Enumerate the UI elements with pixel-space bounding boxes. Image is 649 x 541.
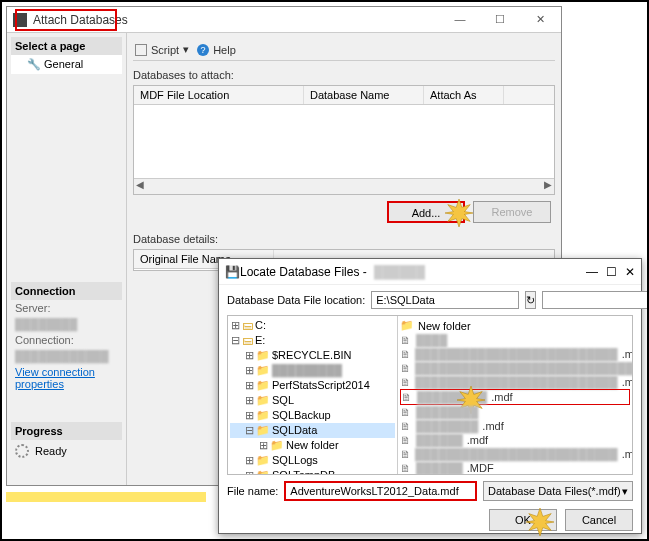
db-icon: 💾 [225, 265, 240, 279]
cancel-button[interactable]: Cancel [565, 509, 633, 531]
minimize-button[interactable]: — [445, 13, 475, 26]
file-list[interactable]: 📁New folder 🗎████ 🗎█████████████████████… [398, 316, 632, 474]
sidebar-item-general[interactable]: 🔧 General [11, 55, 122, 74]
search-input[interactable] [542, 291, 649, 309]
app-icon [13, 13, 27, 27]
file-browser: ⊞🖴C: ⊟🖴E: ⊞📁$RECYCLE.BIN ⊞📁█████████ ⊞📁P… [227, 315, 633, 475]
col-attachas[interactable]: Attach As [424, 86, 504, 104]
tree-sqldata-selected: ⊟📁SQLData [230, 423, 395, 438]
target-mdf-file[interactable]: 🗎█████████.mdf [400, 389, 630, 405]
path-input[interactable] [371, 291, 519, 309]
locate-title: Locate Database Files - ██████ [240, 265, 586, 279]
database-details-label: Database details: [133, 233, 555, 245]
maximize-button[interactable]: ☐ [485, 13, 515, 26]
progress-status: Ready [35, 445, 67, 457]
progress-header: Progress [11, 422, 122, 440]
locate-close-button[interactable]: ✕ [625, 265, 635, 279]
server-label: Server: [11, 300, 122, 316]
grid-scrollbar[interactable]: ◀▶ [134, 178, 554, 194]
yellow-stripe [6, 492, 206, 502]
script-icon [135, 44, 147, 56]
col-dbname[interactable]: Database Name [304, 86, 424, 104]
help-button[interactable]: ?Help [197, 43, 236, 56]
attention-starburst-icon [445, 199, 473, 227]
locate-minimize-button[interactable]: — [586, 265, 598, 279]
databases-grid[interactable]: MDF File Location Database Name Attach A… [133, 85, 555, 195]
locate-titlebar: 💾 Locate Database Files - ██████ — ☐ ✕ [219, 259, 641, 285]
refresh-button[interactable]: ↻ [525, 291, 536, 309]
window-title: Attach Databases [33, 13, 445, 27]
grid-header: MDF File Location Database Name Attach A… [134, 86, 554, 105]
filename-input[interactable] [284, 481, 477, 501]
connection-header: Connection [11, 282, 122, 300]
ok-button[interactable]: OK [489, 509, 557, 531]
path-label: Database Data File location: [227, 294, 365, 306]
content-toolbar: Script ▾ ?Help [133, 39, 555, 61]
server-value: ████████ [11, 316, 122, 332]
select-page-header: Select a page [11, 37, 122, 55]
progress-spinner-icon [15, 444, 29, 458]
filename-label: File name: [227, 485, 278, 497]
file-filter-select[interactable]: Database Data Files(*.mdf)▾ [483, 481, 633, 501]
connection-label: Connection: [11, 332, 122, 348]
connection-value: ████████████ [11, 348, 122, 364]
locate-maximize-button[interactable]: ☐ [606, 265, 617, 279]
folder-tree[interactable]: ⊞🖴C: ⊟🖴E: ⊞📁$RECYCLE.BIN ⊞📁█████████ ⊞📁P… [228, 316, 398, 474]
databases-to-attach-label: Databases to attach: [133, 69, 555, 81]
add-button[interactable]: Add... [387, 201, 465, 223]
remove-button: Remove [473, 201, 551, 223]
close-button[interactable]: ✕ [525, 13, 555, 26]
view-connection-link[interactable]: View connection properties [15, 366, 95, 390]
locate-dialog: 💾 Locate Database Files - ██████ — ☐ ✕ D… [218, 258, 642, 534]
help-icon: ? [197, 44, 209, 56]
main-titlebar: Attach Databases — ☐ ✕ [7, 7, 561, 33]
col-mdf[interactable]: MDF File Location [134, 86, 304, 104]
sidebar: Select a page 🔧 General Connection Serve… [7, 33, 127, 485]
script-button[interactable]: Script ▾ [135, 43, 189, 56]
